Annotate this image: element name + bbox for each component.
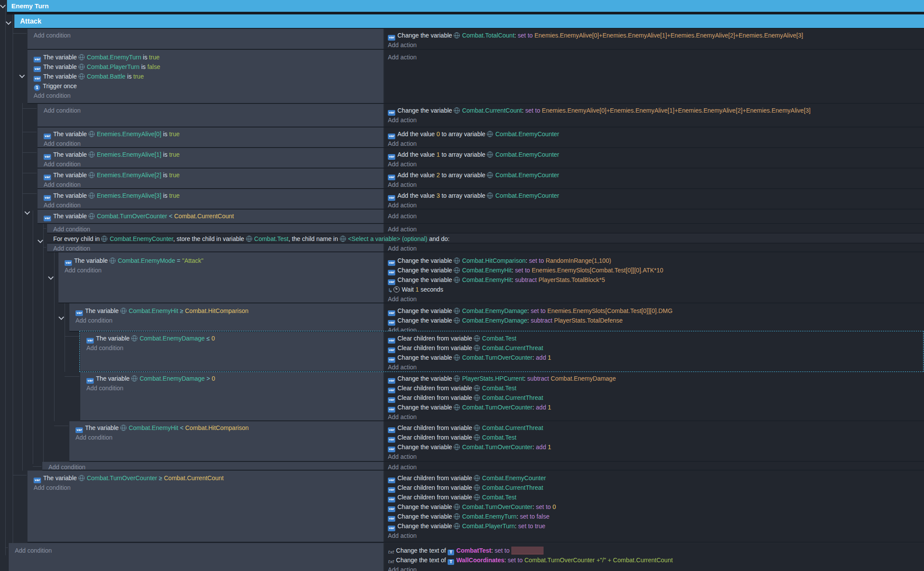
conditions-panel[interactable]: varThe variable Enemies.EnemyAlive[1] is… <box>38 148 383 168</box>
add-action-button[interactable]: Add action <box>384 224 924 233</box>
conditions-panel[interactable]: varThe variable Combat.EnemyDamage ≤ 0Ad… <box>80 332 383 371</box>
add-condition-button[interactable]: Add condition <box>69 316 383 325</box>
add-action-button[interactable]: Add action <box>384 139 924 147</box>
group-header-enemy-turn[interactable]: Enemy Turn <box>7 0 924 12</box>
condition-line[interactable]: varThe variable Combat.PlayerTurn is fal… <box>27 62 383 72</box>
conditions-panel[interactable]: Add condition <box>47 244 383 251</box>
action-line[interactable]: varClear children from variable Combat.C… <box>384 483 924 492</box>
conditions-panel[interactable]: Add condition <box>38 104 383 127</box>
add-condition-button[interactable]: Add condition <box>58 265 383 275</box>
add-action-button[interactable]: Add action <box>384 531 924 540</box>
add-action-button[interactable]: Add action <box>384 244 924 251</box>
event-foreach-enemycounter[interactable]: For every child in Combat.EnemyCounter, … <box>47 234 924 243</box>
condition-line[interactable]: varThe variable Combat.TurnOverCounter <… <box>38 211 383 221</box>
add-condition-button[interactable]: Add condition <box>38 139 383 147</box>
conditions-panel[interactable]: Add condition <box>27 29 383 49</box>
add-action-button[interactable]: Add action <box>384 362 924 371</box>
add-condition-button[interactable]: Add condition <box>38 159 383 168</box>
add-condition-button[interactable]: Add condition <box>27 31 383 40</box>
action-line[interactable]: ↳Wait 1 seconds <box>384 285 924 294</box>
add-action-button[interactable]: Add action <box>384 200 924 209</box>
actions-panel[interactable]: Add action <box>384 50 924 103</box>
actions-panel[interactable]: varChange the variable Combat.TotalCount… <box>384 29 924 49</box>
condition-line[interactable]: varThe variable Combat.EnemyHit < Combat… <box>69 423 383 433</box>
actions-panel[interactable]: varAdd the value 3 to array variable Com… <box>384 189 924 209</box>
action-line[interactable]: varChange the variable Combat.EnemyDamag… <box>384 316 924 325</box>
action-line[interactable]: varAdd the value 1 to array variable Com… <box>384 150 924 159</box>
conditions-panel[interactable]: varThe variable Combat.TurnOverCounter ≥… <box>27 471 383 542</box>
condition-line[interactable]: varThe variable Combat.EnemyHit ≥ Combat… <box>69 306 383 316</box>
condition-line[interactable]: varThe variable Combat.EnemyTurn is true <box>27 52 383 62</box>
condition-line[interactable]: varThe variable Enemies.EnemyAlive[0] is… <box>38 129 383 139</box>
add-action-button[interactable]: Add action <box>384 40 924 49</box>
collapse-chevron[interactable] <box>6 19 11 25</box>
add-condition-button[interactable]: Add condition <box>38 200 383 209</box>
action-line[interactable]: varClear children from variable Combat.T… <box>384 433 924 442</box>
actions-panel[interactable]: varAdd the value 0 to array variable Com… <box>384 127 924 147</box>
action-line[interactable]: varChange the variable Combat.EnemyDamag… <box>384 306 924 316</box>
action-line[interactable]: varClear children from variable Combat.C… <box>384 393 924 402</box>
action-line[interactable]: varChange the variable Combat.TotalCount… <box>384 31 924 40</box>
actions-panel[interactable]: varChange the variable Combat.CurrentCou… <box>384 104 924 127</box>
conditions-panel[interactable]: varThe variable Enemies.EnemyAlive[2] is… <box>38 169 383 188</box>
actions-panel[interactable]: txtChange the text of TCombatTest: set t… <box>384 543 924 571</box>
action-line[interactable]: varChange the variable PlayerStats.HPCur… <box>384 374 924 383</box>
add-action-button[interactable]: Add action <box>384 412 924 420</box>
actions-panel[interactable]: Add action <box>384 244 924 251</box>
actions-panel[interactable]: Add action <box>384 210 924 223</box>
conditions-panel[interactable]: Add condition <box>9 543 383 571</box>
action-line[interactable]: txtChange the text of TCombatTest: set t… <box>384 546 924 555</box>
action-line[interactable]: varAdd the value 0 to array variable Com… <box>384 129 924 139</box>
action-line[interactable]: varChange the variable Combat.CurrentCou… <box>384 106 924 115</box>
add-condition-button[interactable]: Add condition <box>9 546 383 555</box>
actions-panel[interactable]: Add action <box>384 462 924 470</box>
add-condition-button[interactable]: Add condition <box>80 383 383 393</box>
condition-line[interactable]: varThe variable Combat.Battle is true <box>27 72 383 81</box>
add-action-button[interactable]: Add action <box>384 294 924 303</box>
action-line[interactable]: varChange the variable Combat.EnemyHit: … <box>384 265 924 275</box>
collapse-chevron[interactable] <box>0 3 6 8</box>
action-line[interactable]: varClear children from variable Combat.T… <box>384 334 924 343</box>
add-condition-button[interactable]: Add condition <box>27 91 383 100</box>
add-action-button[interactable]: Add action <box>384 565 924 571</box>
condition-line[interactable]: varThe variable Enemies.EnemyAlive[3] is… <box>38 191 383 200</box>
action-line[interactable]: varClear children from variable Combat.E… <box>384 473 924 483</box>
add-action-button[interactable]: Add action <box>384 180 924 188</box>
add-action-button[interactable]: Add action <box>384 211 924 221</box>
conditions-panel[interactable]: Add condition <box>42 462 383 470</box>
action-line[interactable]: varChange the variable Combat.EnemyHit: … <box>384 275 924 285</box>
action-line[interactable]: varChange the variable Combat.PlayerTurn… <box>384 521 924 531</box>
conditions-panel[interactable]: varThe variable Combat.EnemyHit ≥ Combat… <box>69 303 383 331</box>
add-action-button[interactable]: Add action <box>384 52 924 62</box>
conditions-panel[interactable]: varThe variable Combat.EnemyHit < Combat… <box>69 421 383 461</box>
conditions-panel[interactable]: varThe variable Combat.EnemyDamage > 0Ad… <box>80 372 383 420</box>
add-condition-button[interactable]: Add condition <box>38 106 383 115</box>
add-condition-button[interactable]: Add condition <box>38 180 383 188</box>
actions-panel[interactable]: varAdd the value 1 to array variable Com… <box>384 148 924 168</box>
action-line[interactable]: varClear children from variable Combat.T… <box>384 383 924 393</box>
action-line[interactable]: varClear children from variable Combat.C… <box>384 343 924 353</box>
actions-panel[interactable]: varChange the variable PlayerStats.HPCur… <box>384 372 924 420</box>
action-line[interactable]: varChange the variable Combat.TurnOverCo… <box>384 502 924 512</box>
condition-line[interactable]: varThe variable Combat.EnemyMode = "Atta… <box>58 256 383 265</box>
actions-panel[interactable]: varClear children from variable Combat.C… <box>384 421 924 461</box>
add-action-button[interactable]: Add action <box>384 462 924 470</box>
action-line[interactable]: varClear children from variable Combat.C… <box>384 423 924 433</box>
action-line[interactable]: varChange the variable Combat.TurnOverCo… <box>384 402 924 412</box>
actions-panel[interactable]: varClear children from variable Combat.T… <box>384 332 924 371</box>
add-condition-button[interactable]: Add condition <box>42 462 383 470</box>
actions-panel[interactable]: varAdd the value 2 to array variable Com… <box>384 169 924 188</box>
conditions-panel[interactable]: varThe variable Enemies.EnemyAlive[0] is… <box>38 127 383 147</box>
add-condition-button[interactable]: Add condition <box>27 483 383 492</box>
foreach-header-line[interactable]: For every child in Combat.EnemyCounter, … <box>47 234 924 243</box>
add-action-button[interactable]: Add action <box>384 159 924 168</box>
group-header-attack[interactable]: Attack <box>14 14 924 28</box>
action-line[interactable]: varChange the variable Combat.TurnOverCo… <box>384 442 924 452</box>
conditions-panel[interactable]: varThe variable Combat.EnemyTurn is true… <box>27 50 383 103</box>
condition-line[interactable]: varThe variable Combat.EnemyDamage ≤ 0 <box>80 334 383 343</box>
action-line[interactable]: txtChange the text of TWallCoordinates: … <box>384 555 924 565</box>
action-line[interactable]: varChange the variable Combat.HitCompari… <box>384 256 924 265</box>
action-line[interactable]: varAdd the value 3 to array variable Com… <box>384 191 924 200</box>
condition-line[interactable]: varThe variable Enemies.EnemyAlive[1] is… <box>38 150 383 159</box>
actions-panel[interactable]: varChange the variable Combat.EnemyDamag… <box>384 303 924 331</box>
